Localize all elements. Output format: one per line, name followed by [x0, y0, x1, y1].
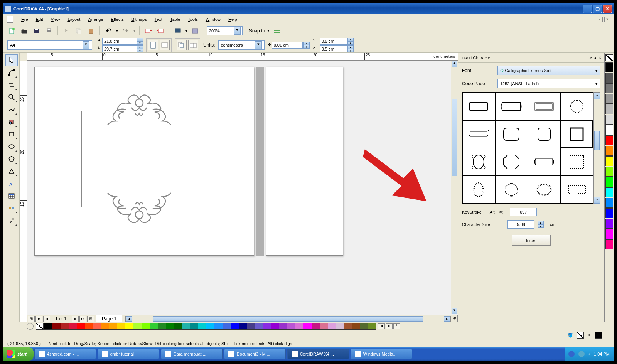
pick-tool[interactable] [5, 54, 18, 66]
taskbar-item[interactable]: Windows Media... [351, 349, 412, 359]
color-swatch[interactable] [605, 62, 613, 72]
all-pages-button[interactable] [177, 40, 187, 50]
color-swatch[interactable] [133, 323, 142, 330]
freehand-tool[interactable] [5, 104, 18, 115]
char-cell[interactable] [528, 120, 561, 148]
color-swatch[interactable] [247, 323, 255, 330]
color-swatch[interactable] [287, 323, 295, 330]
close-button[interactable]: X [603, 5, 612, 13]
tray-icon[interactable] [568, 351, 575, 357]
color-swatch[interactable] [352, 323, 360, 330]
color-swatch[interactable] [142, 323, 150, 330]
color-swatch[interactable] [605, 198, 613, 208]
horizontal-scrollbar[interactable]: ◂▸ [125, 316, 451, 322]
color-swatch[interactable] [52, 323, 61, 330]
dup-x-input[interactable]: 0.5 cm [320, 38, 347, 45]
char-cell[interactable] [495, 93, 528, 120]
char-cell[interactable] [462, 120, 495, 148]
eyedropper-tool[interactable] [5, 215, 18, 226]
tray-expand-icon[interactable]: ‹ [588, 352, 590, 356]
system-tray[interactable]: ‹ 1:04 PM [565, 347, 614, 361]
page-height-input[interactable]: 29.7 cm [102, 46, 137, 52]
tray-icon[interactable] [578, 351, 585, 357]
portrait-button[interactable] [148, 40, 158, 50]
rectangle-tool[interactable] [5, 128, 18, 140]
print-button[interactable] [44, 25, 54, 36]
canvas[interactable]: ▴▾ ⊞ ⏮ ◂ 1 of 1 ▸ ⏭ ⊞ Page 1 ◂▸ [27, 61, 458, 322]
page-width-input[interactable]: 21.0 cm [102, 38, 137, 45]
current-page-button[interactable] [188, 40, 198, 50]
smart-fill-tool[interactable] [5, 116, 18, 128]
open-button[interactable] [19, 25, 30, 36]
color-swatch[interactable] [158, 323, 166, 330]
add-page-start-button[interactable]: ⊞ [28, 316, 35, 322]
color-swatch[interactable] [69, 323, 77, 330]
color-swatch[interactable] [605, 104, 613, 114]
color-swatch[interactable] [150, 323, 158, 330]
color-swatch[interactable] [605, 219, 613, 229]
menu-view[interactable]: View [47, 16, 64, 23]
save-button[interactable] [31, 25, 42, 36]
new-button[interactable] [7, 25, 17, 36]
docker-collapse-button[interactable]: ▴ [594, 55, 597, 60]
menu-table[interactable]: Table [166, 16, 184, 23]
docker-close-button[interactable]: × [599, 55, 601, 60]
paste-button[interactable] [86, 25, 96, 36]
minimize-button[interactable]: _ [583, 5, 592, 13]
menu-layout[interactable]: Layout [64, 16, 84, 23]
palette-scroll-right[interactable]: ▸ [386, 323, 393, 329]
export-button[interactable] [155, 25, 166, 36]
char-cell[interactable] [560, 176, 593, 204]
char-cell[interactable] [495, 176, 528, 204]
mdi-restore-button[interactable]: ▫ [597, 17, 603, 22]
import-button[interactable] [143, 25, 153, 36]
menu-file[interactable]: File [17, 16, 32, 23]
color-swatch[interactable] [117, 323, 125, 330]
color-swatch[interactable] [271, 323, 279, 330]
color-swatch[interactable] [44, 323, 52, 330]
maximize-button[interactable]: ▢ [593, 5, 602, 13]
snap-to-dropdown[interactable]: ▼ [266, 29, 270, 33]
mdi-close-button[interactable]: × [604, 17, 610, 22]
color-swatch[interactable] [605, 135, 613, 145]
color-swatch[interactable] [605, 208, 613, 218]
taskbar-item[interactable]: gmbr tutorial [98, 349, 159, 359]
zoom-combo[interactable]: 200%▾ [207, 26, 243, 35]
color-swatch[interactable] [605, 239, 613, 249]
color-swatch[interactable] [255, 323, 263, 330]
color-swatch[interactable] [125, 323, 133, 330]
color-swatch[interactable] [101, 323, 109, 330]
color-swatch[interactable] [231, 323, 239, 330]
options-button[interactable] [271, 25, 282, 36]
mdi-minimize-button[interactable]: _ [589, 17, 595, 22]
color-swatch[interactable] [85, 323, 93, 330]
char-cell[interactable] [495, 148, 528, 176]
no-fill-swatch[interactable] [605, 54, 613, 61]
menu-bitmaps[interactable]: Bitmaps [128, 16, 151, 23]
cut-button[interactable]: ✂ [61, 25, 72, 36]
color-swatch[interactable] [605, 94, 613, 104]
color-swatch[interactable] [368, 323, 376, 330]
color-swatch[interactable] [328, 323, 336, 330]
start-button[interactable]: start [3, 347, 34, 361]
color-swatch[interactable] [93, 323, 101, 330]
color-swatch[interactable] [320, 323, 328, 330]
color-swatch[interactable] [605, 125, 613, 135]
color-swatch[interactable] [109, 323, 117, 330]
palette-flyout-button[interactable] [27, 323, 34, 330]
horizontal-ruler[interactable]: centimeters05101520255 [20, 53, 458, 61]
landscape-button[interactable] [160, 40, 170, 50]
char-cell[interactable] [462, 148, 495, 176]
char-grid-scrollbar[interactable]: ▴▾ [593, 92, 600, 204]
charsize-input[interactable]: 5.08 [507, 220, 534, 229]
char-cell[interactable] [462, 93, 495, 120]
insert-button[interactable]: Insert [512, 235, 551, 246]
last-page-button[interactable]: ⏭ [79, 316, 86, 322]
color-swatch[interactable] [295, 323, 303, 330]
char-cell[interactable] [560, 93, 593, 120]
taskbar-item[interactable]: CorelDRAW X4 ... [287, 349, 349, 359]
font-combo[interactable]: OCalligraphic Frames Soft▾ [497, 66, 600, 75]
char-cell[interactable] [560, 120, 593, 148]
color-swatch[interactable] [303, 323, 312, 330]
interactive-tool[interactable] [5, 202, 18, 214]
